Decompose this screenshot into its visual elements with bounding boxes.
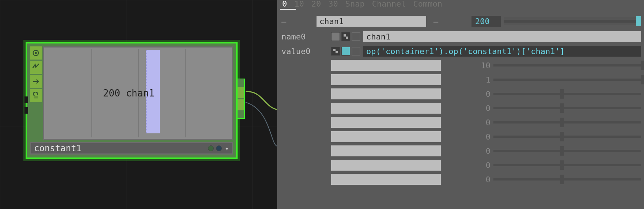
mode-constant-icon[interactable]	[331, 32, 340, 41]
extra-channel-row: 0	[277, 158, 641, 172]
channel-name-empty-field[interactable]	[331, 174, 441, 185]
svg-point-1	[35, 52, 37, 54]
channel-value-slider[interactable]	[493, 133, 641, 141]
tab-0[interactable]: 0	[282, 0, 287, 8]
channel-value-label: 0	[469, 118, 490, 127]
extra-channel-rows: 1010000000	[277, 58, 641, 209]
extra-channel-row: 0	[277, 101, 641, 115]
param-label-name0: name0	[277, 32, 328, 41]
channel-value-label: 0	[469, 90, 490, 99]
bypass-icon[interactable]	[30, 61, 42, 74]
tab-20[interactable]: 20	[311, 0, 321, 8]
channel-label: 200 chan1	[103, 88, 155, 99]
display-flag-icon[interactable]	[216, 145, 222, 151]
channel-name-empty-field[interactable]	[331, 88, 441, 99]
svg-rect-6	[336, 51, 338, 53]
node-name-text: constant1	[34, 143, 82, 153]
channel-value-label: 0	[469, 104, 490, 113]
tab-channel[interactable]: Channel	[372, 0, 406, 8]
param-mode-icons	[331, 47, 360, 56]
mode-expression-icon[interactable]	[341, 47, 350, 56]
input-connector-top[interactable]	[24, 96, 28, 103]
extra-channel-row: 0	[277, 130, 641, 144]
channel-value-label: 10	[469, 61, 490, 70]
viewer-active-icon[interactable]	[30, 46, 42, 60]
svg-rect-4	[346, 37, 348, 39]
param-row-name0: name0 chan1	[277, 30, 641, 43]
channel-value-label: 0	[469, 147, 490, 156]
tab-common[interactable]: Common	[413, 0, 442, 8]
mode-bind-icon[interactable]	[352, 32, 360, 41]
channel-value-slider[interactable]	[493, 161, 641, 169]
channel-value-slider[interactable]	[493, 90, 641, 98]
param-mode-icons	[331, 32, 360, 41]
channel-name-empty-field[interactable]	[331, 74, 441, 85]
channel-value-field[interactable]: 200	[471, 16, 501, 27]
lock-icon[interactable]	[30, 89, 42, 102]
chop-viewer[interactable]: 200 chan1	[43, 46, 233, 140]
channel-value-slider[interactable]	[493, 104, 641, 112]
cook-flag-icon[interactable]	[208, 145, 214, 151]
channel-value-label: 0	[469, 175, 490, 184]
channel-value-slider[interactable]	[504, 17, 641, 25]
svg-rect-3	[344, 34, 346, 37]
tab-snap[interactable]: Snap	[345, 0, 365, 8]
channel-name-empty-field[interactable]	[331, 60, 441, 71]
channel-name-empty-field[interactable]	[331, 131, 441, 142]
tab-30[interactable]: 30	[328, 0, 338, 8]
mode-export-icon[interactable]	[341, 32, 350, 41]
grid-line	[91, 49, 92, 137]
tab-underline	[280, 9, 296, 10]
name0-field[interactable]: chan1	[363, 31, 641, 42]
collapse-toggle-left[interactable]: —	[277, 17, 299, 26]
input-connector-bottom[interactable]	[24, 107, 28, 114]
extra-channel-row: 10	[277, 58, 641, 72]
param-row-value0: value0 op('container1').op('constant1')[…	[277, 45, 641, 58]
channel-value-slider[interactable]	[493, 61, 641, 69]
node-constant1[interactable]: 200 chan1 constant1 ✦	[26, 42, 238, 159]
channel-name-field[interactable]: chan1	[317, 16, 426, 27]
add-flag-icon[interactable]: ✦	[224, 145, 230, 151]
channel-value-slider[interactable]	[493, 175, 641, 183]
extra-channel-row: 0	[277, 172, 641, 186]
channel-value-slider[interactable]	[493, 76, 641, 84]
channel-name-empty-field[interactable]	[331, 103, 441, 114]
channel-value-slider[interactable]	[493, 147, 641, 155]
channel-name-empty-field[interactable]	[331, 160, 441, 171]
node-name-bar[interactable]: constant1 ✦	[30, 142, 233, 155]
channel-name-empty-field[interactable]	[331, 117, 441, 128]
param-label-value0: value0	[277, 47, 328, 56]
channel-value-label: 1	[469, 75, 490, 84]
node-flag-column	[30, 46, 42, 140]
extra-channel-row: 1	[277, 73, 641, 87]
collapse-toggle-right[interactable]: —	[429, 17, 444, 26]
mode-export-icon[interactable]	[331, 47, 340, 56]
parameter-panel: 0 10 20 30 Snap Channel Common — chan1 —…	[277, 0, 644, 209]
extra-channel-row: 0	[277, 87, 641, 101]
channel-value-slider[interactable]	[493, 118, 641, 126]
output-connector[interactable]	[237, 79, 245, 119]
svg-rect-5	[333, 49, 336, 51]
channel-name-empty-field[interactable]	[331, 145, 441, 156]
tab-10[interactable]: 10	[294, 0, 304, 8]
parameter-tabs: 0 10 20 30 Snap Channel Common	[277, 0, 447, 10]
header-row: — chan1 — 200	[277, 15, 641, 28]
value0-expression-field[interactable]: op('container1').op('constant1')['chan1'…	[363, 46, 641, 57]
extra-channel-row: 0	[277, 144, 641, 158]
grid-line	[185, 49, 186, 137]
mode-bind-icon[interactable]	[352, 47, 360, 56]
channel-value-label: 0	[469, 132, 490, 141]
extra-channel-row: 0	[277, 115, 641, 129]
channel-value-label: 0	[469, 161, 490, 170]
svg-rect-2	[34, 96, 38, 98]
export-icon[interactable]	[30, 75, 42, 88]
